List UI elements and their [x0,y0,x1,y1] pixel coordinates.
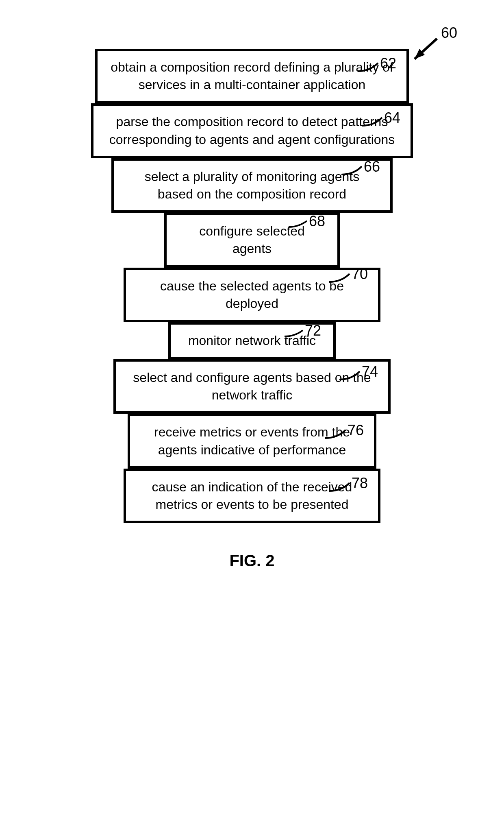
ref-label-64: 64 [384,109,400,127]
step-row-78: cause an indication of the received metr… [0,469,504,523]
ref-label-68: 68 [309,213,325,230]
ref-label-78: 78 [352,475,368,492]
step-row-74: select and configure agents based on the… [0,359,504,414]
ref-label-74: 74 [362,363,378,380]
ref-label-62: 62 [380,55,396,72]
step-row-68: configure selected agents 68 [0,213,504,267]
figure-caption: FIG. 2 [229,552,274,570]
step-row-62: obtain a composition record defining a p… [0,49,504,103]
ref-label-66: 66 [364,158,380,175]
step-row-76: receive metrics or events from the agent… [0,414,504,468]
ref-label-main: 60 [441,24,457,41]
ref-label-76: 76 [348,422,364,439]
flowchart-container: 60 obtain a composition record defining … [0,0,504,570]
step-row-72: monitor network traffic 72 [0,322,504,359]
ref-label-72: 72 [305,322,321,339]
step-row-70: cause the selected agents to be deployed… [0,268,504,322]
ref-label-70: 70 [352,266,368,283]
step-row-66: select a plurality of monitoring agents … [0,158,504,213]
step-row-64: parse the composition record to detect p… [0,103,504,158]
